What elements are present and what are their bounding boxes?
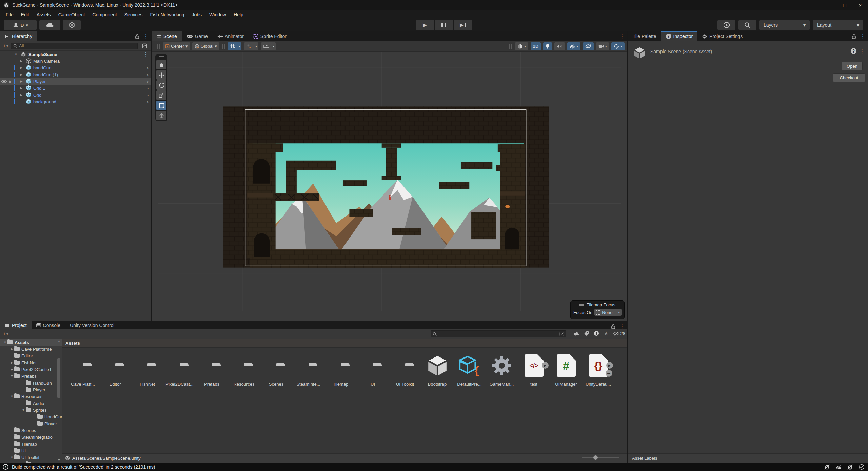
lock-icon[interactable] — [852, 34, 856, 39]
prefab-open-chevron[interactable]: › — [147, 65, 149, 70]
asset-item[interactable]: {} </> # {} ▶ – Cave Platf... — [67, 352, 99, 387]
expander-icon[interactable]: ▶ — [19, 73, 24, 76]
asset-item[interactable]: {} </> # {} ▶ – Prefabs — [196, 352, 228, 387]
panel-menu-icon[interactable]: ⋮ — [619, 323, 625, 329]
project-tree-item[interactable]: ▼ Prefabs — [0, 373, 62, 380]
draw-mode-dropdown[interactable]: ▾ — [515, 42, 528, 50]
cloud-button[interactable] — [39, 20, 60, 30]
scene-visibility-toggle[interactable] — [583, 42, 594, 50]
project-tree-item[interactable]: ▶ FishNet — [0, 359, 62, 366]
inspector-tab[interactable]: Tile Palette — [628, 31, 661, 41]
lighting-toggle[interactable] — [543, 42, 552, 50]
lock-icon[interactable] — [135, 34, 139, 39]
hidden-packages-toggle[interactable]: 28 — [613, 331, 625, 336]
camera-overlay-dropdown[interactable]: ▾ — [596, 42, 609, 50]
toolbar-handle[interactable] — [157, 44, 160, 49]
menu-item[interactable]: Fish-Networking — [146, 10, 188, 19]
scene-picker-button[interactable] — [140, 43, 149, 49]
asset-item[interactable]: {} </> # {} ▶ – UI Toolkit — [389, 352, 421, 387]
asset-item[interactable]: {} </> # {} ▶ – UI — [357, 352, 389, 387]
scene-viewport[interactable]: Tilemap Focus Focus On None ▾ — [152, 52, 627, 321]
hierarchy-row[interactable]: ▶ Player › — [0, 78, 151, 85]
scroll-up-icon[interactable]: ▲ — [57, 340, 61, 343]
background-tasks-icon[interactable] — [859, 464, 865, 470]
step-button[interactable]: ▶ — [454, 20, 472, 30]
search-everywhere-button[interactable] — [738, 20, 756, 30]
rotate-tool-button[interactable] — [156, 80, 166, 90]
snap-increment-options[interactable]: ▾ — [272, 42, 276, 50]
snap-increment-button[interactable] — [261, 42, 272, 50]
move-tool-button[interactable] — [156, 70, 166, 80]
expander-icon[interactable]: ▶ — [19, 86, 24, 90]
hierarchy-row[interactable]: ▶ handGun (1) › — [0, 71, 151, 78]
expander-icon[interactable]: ▶ — [19, 93, 24, 97]
grid-visual-options[interactable]: ▾ — [254, 42, 258, 50]
asset-item[interactable]: {} </> # {} ▶ – UIManager — [550, 352, 582, 387]
project-tree-item[interactable]: HandGun — [0, 413, 62, 420]
prefab-open-chevron[interactable]: › — [147, 79, 149, 84]
close-button[interactable]: × — [852, 0, 868, 10]
expander-icon[interactable]: ▼ — [3, 341, 7, 344]
focus-on-dropdown[interactable]: None ▾ — [594, 309, 622, 316]
asset-item[interactable]: {} </> # {} ▶ – Resources — [228, 352, 260, 387]
asset-item[interactable]: {} </> # {} ▶ – Editor — [99, 352, 131, 387]
debugger-disabled-icon[interactable] — [824, 464, 830, 470]
play-badge-icon[interactable]: ▶ — [542, 362, 549, 369]
hierarchy-scene-row[interactable]: ▼ SampleScene ⋮ — [0, 51, 151, 58]
hierarchy-search-input[interactable]: All — [11, 43, 138, 49]
prefab-open-chevron[interactable]: › — [147, 86, 149, 91]
project-tree-item[interactable]: ▼ UI Toolkit — [0, 454, 62, 461]
project-panel-tab[interactable]: Unity Version Control — [65, 321, 119, 329]
expander-icon[interactable]: ▼ — [9, 395, 14, 398]
slider-knob[interactable] — [593, 455, 598, 460]
project-tree-item[interactable]: UI — [0, 447, 62, 454]
hierarchy-row[interactable]: ▶ Main Camera › — [0, 58, 151, 64]
hierarchy-row[interactable]: ▶ Grid 1 › — [0, 85, 151, 91]
expander-icon[interactable]: ▶ — [9, 361, 14, 364]
status-message[interactable]: Build completed with a result of 'Succee… — [12, 464, 155, 470]
pivot-dropdown[interactable]: Center ▾ — [163, 42, 190, 50]
prefab-open-chevron[interactable]: › — [147, 72, 149, 77]
scene-view-tab[interactable]: Scene — [152, 31, 182, 41]
expander-icon[interactable]: ▶ — [19, 59, 24, 63]
label-filter-icon[interactable] — [584, 331, 589, 336]
lock-icon[interactable] — [611, 324, 615, 329]
asset-item[interactable]: {} </> # {} ▶ – Bootstrap — [421, 352, 453, 387]
help-icon[interactable]: ? — [851, 48, 856, 54]
pickability-icon[interactable] — [8, 79, 12, 84]
expander-icon[interactable]: ▶ — [19, 80, 24, 83]
project-tree-item[interactable]: ▼ Sprites — [0, 407, 62, 413]
panel-menu-icon[interactable]: ⋮ — [619, 33, 625, 39]
scrollbar-thumb[interactable] — [57, 358, 60, 398]
project-tree-item[interactable]: ▶ Cave Platforme — [0, 346, 62, 352]
panel-menu-icon[interactable]: ⋮ — [143, 33, 149, 39]
toolbar-handle[interactable] — [509, 44, 512, 49]
play-badge-icon[interactable]: ▶ — [606, 362, 613, 369]
prefab-open-chevron[interactable]: › — [147, 93, 149, 98]
hierarchy-row[interactable]: ▶ Grid › — [0, 91, 151, 98]
layers-dropdown[interactable]: Layers ▾ — [760, 20, 810, 30]
project-tree-item[interactable]: ▼ Resources — [0, 393, 62, 400]
notifications-disabled-icon[interactable] — [847, 464, 853, 470]
thumbnail-size-slider[interactable] — [582, 457, 619, 458]
project-tree-item[interactable]: ▼ Assets — [0, 339, 62, 346]
project-tree-item[interactable]: Editor — [0, 352, 62, 359]
open-button[interactable]: Open — [842, 62, 863, 70]
expander-icon[interactable]: ▼ — [9, 456, 14, 459]
expander-icon[interactable]: ▶ — [19, 66, 24, 69]
scene-view-tab[interactable]: Sprite Editor — [249, 31, 291, 41]
project-tree-item[interactable]: Audio — [0, 400, 62, 407]
project-tree-item[interactable]: Player — [0, 420, 62, 427]
asset-item[interactable]: {} </> # {} ▶ – GameMan... — [486, 352, 518, 387]
2d-toggle[interactable]: 2D — [531, 42, 541, 50]
menu-item[interactable]: Window — [205, 10, 230, 19]
asset-item[interactable]: {} </> # {} ▶ – Pixel2DCast... — [163, 352, 196, 387]
effects-dropdown[interactable]: ▾ — [567, 42, 580, 50]
audio-toggle[interactable] — [554, 42, 565, 50]
panel-menu-icon[interactable]: ⋮ — [860, 33, 865, 39]
orientation-dropdown[interactable]: Global ▾ — [192, 42, 219, 50]
project-tree-item[interactable]: ▶ Pixel2DCastleT — [0, 366, 62, 373]
grid-snap-toggle[interactable] — [228, 42, 237, 50]
type-filter-icon[interactable] — [573, 331, 579, 336]
expander-icon[interactable]: ▶ — [9, 368, 14, 371]
